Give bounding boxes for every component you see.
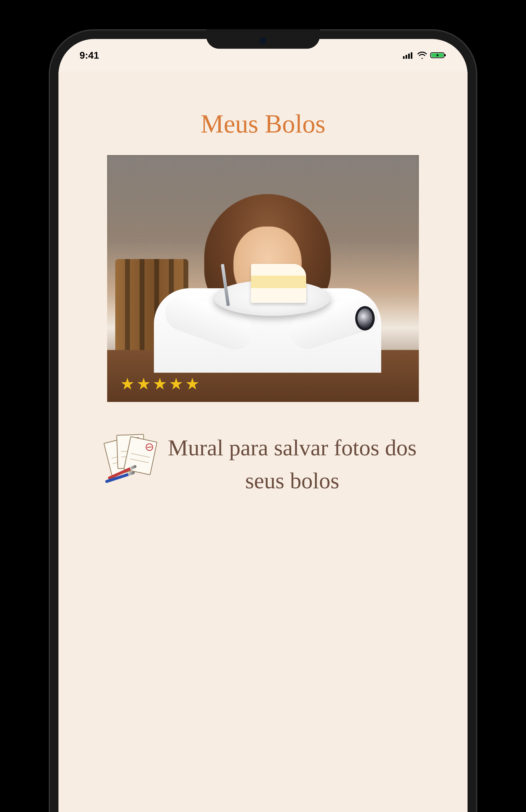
photo-illustration: [107, 155, 419, 402]
svg-rect-5: [444, 54, 446, 56]
phone-screen: 9:41: [58, 39, 468, 812]
star-icon: ★: [152, 376, 167, 392]
star-icon: ★: [185, 376, 200, 392]
wifi-icon: [417, 52, 427, 59]
status-indicators: [403, 52, 447, 59]
status-time: 9:41: [79, 50, 99, 61]
svg-rect-0: [403, 56, 405, 59]
star-icon: ★: [120, 376, 135, 392]
svg-rect-3: [411, 52, 412, 59]
description-text: Mural para salvar fotos dos seus bolos: [165, 431, 419, 497]
phone-notch: [206, 29, 320, 49]
star-icon: ★: [136, 376, 151, 392]
star-icon: ★: [169, 376, 184, 392]
cellular-signal-icon: [403, 52, 414, 59]
papers-icon: [107, 434, 152, 477]
rating-stars: ★ ★ ★ ★ ★: [120, 376, 200, 392]
description-row: Mural para salvar fotos dos seus bolos: [107, 431, 419, 497]
svg-rect-1: [406, 55, 407, 59]
svg-rect-2: [408, 54, 410, 59]
photo-card[interactable]: ★ ★ ★ ★ ★: [107, 155, 419, 402]
battery-charging-icon: [430, 52, 447, 59]
page-title: Meus Bolos: [201, 109, 325, 139]
main-content: Meus Bolos: [58, 71, 468, 812]
phone-frame: 9:41: [49, 29, 477, 812]
